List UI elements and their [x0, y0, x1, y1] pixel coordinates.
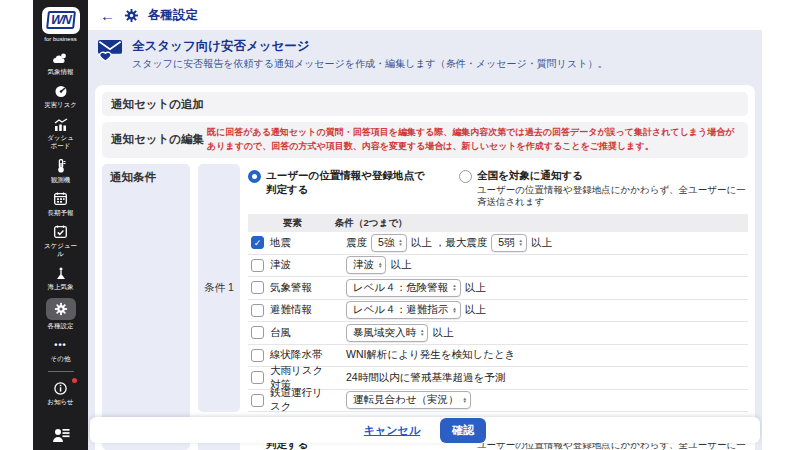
checkbox-unchecked[interactable] [251, 281, 264, 294]
row-label: 津波 [270, 258, 332, 272]
condition-select[interactable]: レベル４：避難指示▲▼ [346, 301, 461, 319]
checkbox-unchecked[interactable] [251, 304, 264, 317]
condition-row: 津波津波▲▼以上 [248, 255, 748, 278]
row-label: 線状降水帯 [270, 348, 332, 362]
sidebar-item-marine-weather[interactable]: 海上気象 [33, 261, 88, 294]
edit-notification-set-row[interactable]: 通知セットの編集 既に回答がある通知セットの質問・回答項目を編集する際、編集内容… [102, 122, 748, 158]
sidebar-item-settings[interactable]: 各種設定 [33, 294, 88, 333]
sidebar: WN for business 気象情報 災害リスク ダッシュ ボード [33, 0, 88, 450]
stepper-icon: ▲▼ [463, 397, 467, 405]
page-subtitle: スタッフに安否報告を依頼する通知メッセージを作成・編集します（条件・メッセージ・… [132, 57, 607, 71]
bar-chart-icon [48, 116, 74, 132]
condition-text: WNI解析により発生を検知したとき [346, 348, 515, 362]
action-footer: キャンセル 確認 [90, 417, 760, 443]
screen: WN for business 気象情報 災害リスク ダッシュ ボード [0, 0, 800, 450]
radio-option-national[interactable]: 全国を対象に通知する ユーザーの位置情報や登録地点にかかわらず、全ユーザーに一斉… [459, 169, 748, 208]
column-condition: 条件（2つまで） [335, 217, 407, 230]
sidebar-item-more[interactable]: ••• その他 [33, 333, 88, 366]
stepper-icon: ▲▼ [398, 239, 402, 247]
condition-row: 避難情報レベル４：避難指示▲▼以上 [248, 300, 748, 323]
info-icon [48, 380, 74, 396]
condition1-content: ユーザーの位置情報や登録地点で判定する 全国を対象に通知する ユーザーの位置情報… [248, 164, 748, 412]
checkbox-checked[interactable]: ✓ [251, 236, 264, 249]
condition-select[interactable]: 5弱▲▼ [491, 234, 527, 252]
stepper-icon: ▲▼ [519, 239, 523, 247]
add-notification-set-row[interactable]: 通知セットの追加 [102, 92, 748, 116]
checkbox-unchecked[interactable] [251, 259, 264, 272]
sidebar-item-notices[interactable]: お知らせ [33, 376, 88, 409]
user-menu-icon [48, 427, 74, 443]
condition-select[interactable]: 5強▲▼ [371, 234, 407, 252]
sidebar-item-label: ダッシュ ボード [47, 134, 74, 150]
stepper-icon: ▲▼ [420, 329, 424, 337]
radio-option-location[interactable]: ユーザーの位置情報や登録地点で判定する [248, 169, 427, 196]
stepper-icon: ▲▼ [452, 307, 456, 315]
row-label: 地震 [270, 236, 332, 250]
checkbox-unchecked[interactable] [251, 394, 264, 407]
row-condition: 24時間以内に警戒基準超過を予測 [346, 371, 505, 385]
sidebar-item-weather[interactable]: 気象情報 [33, 46, 88, 79]
main-area: ← 各種設定 全スタッフ向け安否メッセージ スタッフに安否報告を依頼する通知メッ… [88, 0, 762, 450]
condition-text: 以上 [465, 281, 486, 295]
sidebar-item-observation[interactable]: 観測機 [33, 154, 88, 187]
page-header-title: 各種設定 [148, 7, 198, 24]
title-text-group: 全スタッフ向け安否メッセージ スタッフに安否報告を依頼する通知メッセージを作成・… [132, 39, 607, 71]
sidebar-item-label: その他 [51, 355, 71, 363]
row-label: 台風 [270, 326, 332, 340]
ellipsis-icon: ••• [48, 337, 74, 353]
back-button[interactable]: ← [100, 7, 115, 24]
buoy-icon [48, 265, 74, 281]
stepper-icon: ▲▼ [452, 284, 456, 292]
wni-logo[interactable]: WN [42, 7, 80, 34]
sidebar-item-label: スケジュー ル [44, 242, 77, 258]
checkbox-unchecked[interactable] [251, 371, 264, 384]
page-content: 全スタッフ向け安否メッセージ スタッフに安否報告を依頼する通知メッセージを作成・… [88, 30, 762, 450]
row-label: 避難情報 [270, 303, 332, 317]
row-condition: 震度5強▲▼以上 ，最大震度5弱▲▼以上 [346, 234, 552, 252]
condition-select[interactable]: 暴風域突入時▲▼ [346, 324, 428, 342]
condition-text: 24時間以内に警戒基準超過を予測 [346, 371, 505, 385]
row-condition: レベル４：危険警報▲▼以上 [346, 279, 486, 297]
sidebar-item-disaster-risk[interactable]: 災害リスク [33, 79, 88, 112]
sidebar-item-label: 観測機 [51, 176, 71, 184]
checkbox-unchecked[interactable] [251, 326, 264, 339]
condition-text: 以上 [465, 303, 486, 317]
calendar-check-icon [48, 224, 74, 240]
stepper-icon: ▲▼ [378, 262, 382, 270]
sun-cloud-icon [48, 50, 74, 66]
gear-icon [46, 298, 76, 320]
condition-row: 台風暴風域突入時▲▼以上 [248, 322, 748, 345]
sidebar-item-longterm-forecast[interactable]: 長期予報 [33, 187, 88, 220]
conditions-body: 条件 1 ユーザーの位置情報や登録地点で判定する [198, 164, 748, 450]
thermometer-icon [48, 158, 74, 174]
sidebar-item-schedule[interactable]: スケジュー ル [33, 220, 88, 261]
notification-conditions-section: 通知条件 条件 1 ユーザーの位置情報や登録地点で判定する [102, 164, 748, 450]
row-label: 鉄道運行リスク [270, 386, 332, 414]
sidebar-item-label: 各種設定 [48, 322, 74, 330]
add-set-label: 通知セットの追加 [111, 97, 207, 112]
account-menu-button[interactable] [33, 423, 88, 446]
condition-select[interactable]: レベル４：危険警報▲▼ [346, 279, 461, 297]
row-condition: 暴風域突入時▲▼以上 [346, 324, 453, 342]
condition-row: 気象警報レベル４：危険警報▲▼以上 [248, 277, 748, 300]
checkbox-unchecked[interactable] [251, 349, 264, 362]
sidebar-item-label: 海上気象 [48, 283, 74, 291]
confirm-button[interactable]: 確認 [440, 418, 486, 443]
brand-subtitle: for business [44, 36, 76, 42]
edit-set-label: 通知セットの編集 [111, 132, 207, 147]
condition-text: 以上 [531, 236, 552, 250]
condition-select[interactable]: 運転見合わせ（実況）▲▼ [346, 391, 471, 409]
condition-select[interactable]: 津波▲▼ [346, 256, 386, 274]
radio-option-label: ユーザーの位置情報や登録地点で判定する [266, 169, 427, 196]
column-element: 要素 [283, 217, 302, 230]
row-condition: レベル４：避難指示▲▼以上 [346, 301, 486, 319]
row-condition: 運転見合わせ（実況）▲▼ [346, 391, 471, 409]
conditions-label: 通知条件 [102, 164, 190, 450]
calendar-icon [48, 191, 74, 207]
page-title: 全スタッフ向け安否メッセージ [132, 39, 607, 55]
cancel-button[interactable]: キャンセル [364, 423, 420, 438]
sidebar-item-dashboard[interactable]: ダッシュ ボード [33, 112, 88, 153]
radio-unselected-icon [459, 170, 472, 183]
sidebar-nav: 気象情報 災害リスク ダッシュ ボード 観測機 [33, 46, 88, 410]
condition-row: 鉄道運行リスク運転見合わせ（実況）▲▼ [248, 390, 748, 413]
